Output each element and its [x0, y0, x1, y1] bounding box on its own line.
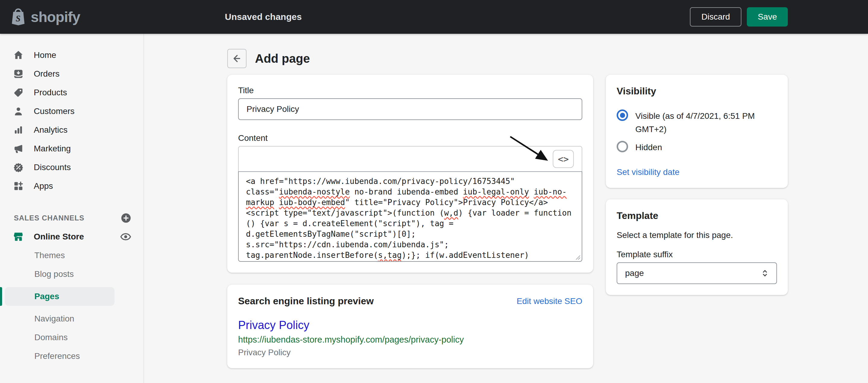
sidebar-item-label: Products [34, 88, 67, 97]
show-html-button[interactable]: <> [553, 150, 574, 168]
template-suffix-value: page [625, 268, 644, 278]
shopify-wordmark: shopify [31, 9, 80, 25]
visibility-card: Visibility Visible (as of 4/7/2021, 6:51… [606, 75, 788, 188]
sidebar-item-discounts[interactable]: Discounts [0, 158, 144, 177]
orders-icon [13, 69, 24, 79]
seo-preview-url: https://iubendas-store.myshopify.com/pag… [238, 335, 582, 345]
sidebar-item-pages[interactable]: Pages [0, 287, 144, 306]
sidebar-item-label: Orders [34, 69, 60, 79]
megaphone-icon [13, 144, 24, 154]
visible-option-label: Visible (as of 4/7/2021, 6:51 PM GMT+2) [635, 110, 777, 136]
top-bar: S shopify Unsaved changes Discard Save [0, 0, 868, 34]
hidden-option-label: Hidden [635, 141, 662, 154]
title-input[interactable] [238, 98, 582, 120]
back-button[interactable] [227, 49, 247, 68]
tag-icon [13, 87, 24, 98]
visibility-hidden-option[interactable]: Hidden [617, 141, 777, 154]
title-field-label: Title [238, 86, 582, 95]
seo-preview-card: Search engine listing preview Edit websi… [227, 285, 593, 368]
add-sales-channel-button[interactable] [121, 213, 131, 224]
sidebar-item-marketing[interactable]: Marketing [0, 139, 144, 158]
content-editor: <> <a href="https://www.iubenda.com/priv… [238, 146, 582, 262]
save-button[interactable]: Save [747, 7, 788, 27]
person-icon [13, 106, 24, 116]
radio-selected-icon[interactable] [617, 110, 628, 121]
apps-icon [13, 181, 24, 191]
preview-store-button[interactable] [120, 231, 131, 242]
sidebar-item-analytics[interactable]: Analytics [0, 121, 144, 139]
seo-preview-description: Privacy Policy [238, 348, 582, 357]
main-content: Add page Title Content <> <a href="https… [145, 34, 868, 383]
select-arrows-icon [760, 268, 770, 278]
eye-icon [120, 231, 131, 242]
sidebar-item-domains[interactable]: Domains [0, 328, 144, 347]
sales-channels-heading: SALES CHANNELS [14, 214, 121, 222]
sidebar-item-label: Customers [34, 107, 74, 116]
discard-button[interactable]: Discard [690, 7, 741, 27]
sidebar-item-orders[interactable]: Orders [0, 64, 144, 83]
shopify-bag-icon: S [10, 8, 26, 26]
set-visibility-date-link[interactable]: Set visibility date [617, 167, 680, 177]
sidebar-item-products[interactable]: Products [0, 83, 144, 102]
seo-card-heading: Search engine listing preview [238, 296, 374, 307]
template-suffix-label: Template suffix [617, 250, 777, 259]
sidebar-item-label: Themes [34, 251, 65, 260]
visibility-heading: Visibility [617, 86, 777, 97]
home-icon [13, 50, 24, 60]
storefront-icon [13, 232, 24, 242]
visibility-visible-option[interactable]: Visible (as of 4/7/2021, 6:51 PM GMT+2) [617, 110, 777, 136]
sidebar-item-label: Navigation [34, 314, 74, 324]
content-field-label: Content [238, 133, 582, 143]
sidebar-nav: Home Orders Products Customers Analytics [0, 34, 144, 383]
sidebar-item-preferences[interactable]: Preferences [0, 347, 144, 365]
discount-badge-icon [13, 162, 24, 173]
content-code-area[interactable]: <a href="https://www.iubenda.com/privacy… [238, 171, 582, 262]
sidebar-item-navigation[interactable]: Navigation [0, 310, 144, 328]
seo-preview-title[interactable]: Privacy Policy [238, 319, 582, 332]
sidebar-item-apps[interactable]: Apps [0, 177, 144, 196]
shopify-logo[interactable]: S shopify [0, 8, 144, 26]
back-arrow-icon [232, 53, 242, 64]
radio-unselected-icon[interactable] [617, 141, 628, 152]
sidebar-item-home[interactable]: Home [0, 46, 144, 64]
bar-chart-icon [13, 125, 24, 135]
sidebar-item-themes[interactable]: Themes [0, 246, 144, 265]
sidebar-item-label: Discounts [34, 163, 71, 172]
template-card: Template Select a template for this page… [606, 199, 788, 295]
sidebar-item-label: Pages [0, 292, 59, 301]
sidebar-item-label: Marketing [34, 144, 71, 153]
sidebar-item-label: Home [34, 50, 56, 60]
sidebar-item-label: Domains [34, 333, 67, 342]
svg-text:S: S [16, 13, 21, 23]
sidebar-item-label: Apps [34, 181, 53, 191]
content-code-text[interactable]: <a href="https://www.iubenda.com/privacy… [239, 172, 582, 261]
resize-handle-icon[interactable] [576, 255, 581, 260]
sidebar-item-customers[interactable]: Customers [0, 102, 144, 121]
sidebar-item-label: Online Store [34, 232, 110, 241]
sidebar-item-blog-posts[interactable]: Blog posts [0, 265, 144, 284]
template-description: Select a template for this page. [617, 230, 777, 240]
page-details-card: Title Content <> <a href="https://www.iu… [227, 75, 593, 273]
template-heading: Template [617, 210, 777, 222]
plus-circle-icon [121, 213, 131, 224]
sidebar-item-label: Preferences [34, 351, 80, 361]
sidebar-item-online-store[interactable]: Online Store [0, 227, 144, 246]
page-title: Add page [255, 52, 310, 65]
unsaved-changes-status: Unsaved changes [225, 12, 302, 22]
sidebar-item-label: Analytics [34, 125, 67, 135]
editor-toolbar: <> [238, 146, 582, 172]
template-suffix-select[interactable]: page [617, 262, 777, 284]
edit-website-seo-link[interactable]: Edit website SEO [517, 296, 582, 306]
sidebar-item-label: Blog posts [34, 269, 74, 279]
